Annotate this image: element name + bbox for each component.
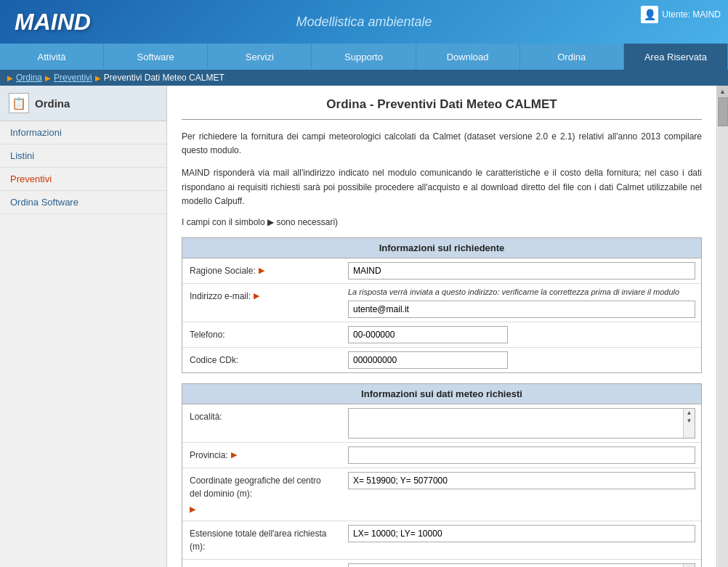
sidebar-icon: 📋 xyxy=(9,93,29,113)
field-coordinate xyxy=(342,468,701,493)
required-note: I campi con il simbolo ▶ sono necessari) xyxy=(182,217,702,227)
field-note: ▲ ▼ xyxy=(342,560,701,567)
field-estensione xyxy=(342,521,701,546)
breadcrumb-ordina[interactable]: Ordina xyxy=(16,73,42,83)
nav-item-supporto[interactable]: Supporto xyxy=(312,44,416,70)
input-ragione-sociale[interactable] xyxy=(348,262,695,280)
scroll-thumb[interactable] xyxy=(718,97,728,126)
sidebar-item-preventivi[interactable]: Preventivi xyxy=(0,168,166,191)
input-provincia[interactable] xyxy=(348,446,695,464)
required-icon-email: ▶ xyxy=(254,290,259,302)
input-note[interactable] xyxy=(349,564,683,567)
label-coordinate: Coordinate geografiche del centro del do… xyxy=(182,468,342,521)
required-icon-provincia: ▶ xyxy=(231,449,237,461)
form-row-note: Note: ▲ ▼ xyxy=(182,560,701,567)
breadcrumb-current: Preventivi Dati Meteo CALMET xyxy=(104,73,225,83)
field-ragione-sociale xyxy=(342,258,701,283)
input-codice-cdk[interactable] xyxy=(348,351,508,369)
label-provincia: Provincia: ▶ xyxy=(182,443,342,468)
input-estensione[interactable] xyxy=(348,525,695,542)
sidebar-item-ordina-software[interactable]: Ordina Software xyxy=(0,191,166,214)
email-hint: La risposta verrà inviata a questo indir… xyxy=(348,287,695,296)
breadcrumb-separator-2: ▶ xyxy=(95,74,101,82)
nav-item-attivita[interactable]: Attività xyxy=(0,44,104,70)
label-localita: Località: xyxy=(182,404,342,429)
field-email: La risposta verrà inviata a questo indir… xyxy=(342,284,701,322)
user-label: Utente: MAIND xyxy=(662,9,721,20)
field-codice-cdk xyxy=(342,348,701,372)
form-row-ragione-sociale: Ragione Sociale: ▶ xyxy=(182,258,701,284)
note-scroll-up-icon[interactable]: ▲ xyxy=(686,564,693,567)
label-ragione-sociale: Ragione Sociale: ▶ xyxy=(182,258,342,283)
required-icon-ragione: ▶ xyxy=(259,264,264,277)
form-row-provincia: Provincia: ▶ xyxy=(182,443,701,468)
sidebar-header: 📋 Ordina xyxy=(0,86,166,121)
label-email: Indirizzo e-mail: ▶ xyxy=(182,284,342,309)
scroll-track xyxy=(718,97,728,567)
input-localita[interactable] xyxy=(349,409,683,438)
description-1: Per richiedere la fornitura dei campi me… xyxy=(182,130,702,158)
logo: MAIND xyxy=(15,9,91,36)
locality-scrollbar: ▲ ▼ xyxy=(683,409,695,438)
nav-item-servizi[interactable]: Servizi xyxy=(208,44,312,70)
input-coordinate[interactable] xyxy=(348,472,695,489)
nav-item-area-riservata[interactable]: Area Riservata xyxy=(624,44,728,70)
nav-item-ordina[interactable]: Ordina xyxy=(520,44,624,70)
locality-field-wrapper: ▲ ▼ xyxy=(348,408,695,438)
field-localita: ▲ ▼ xyxy=(342,404,701,442)
user-icon: 👤 xyxy=(641,6,658,23)
note-scrollbar: ▲ ▼ xyxy=(683,564,695,567)
form-row-telefono: Telefono: xyxy=(182,322,701,348)
required-icon-coordinate: ▶ xyxy=(190,503,195,515)
form-section-meteo: Informazioni sui dati meteo richiesti Lo… xyxy=(182,383,702,567)
right-scrollbar: ▲ ▼ xyxy=(716,86,728,567)
input-telefono[interactable] xyxy=(348,326,508,343)
form-section-richiedente: Informazioni sul richiedente Ragione Soc… xyxy=(182,237,702,373)
label-telefono: Telefono: xyxy=(182,322,342,347)
form-row-localita: Località: ▲ ▼ xyxy=(182,404,701,443)
field-provincia xyxy=(342,443,701,468)
breadcrumb: ▶ Ordina ▶ Preventivi ▶ Preventivi Dati … xyxy=(0,70,728,86)
sidebar-title: Ordina xyxy=(35,97,70,110)
breadcrumb-separator-1: ▶ xyxy=(45,74,51,82)
breadcrumb-arrow-icon: ▶ xyxy=(7,74,13,82)
nav-item-download[interactable]: Download xyxy=(416,44,520,70)
scroll-up-icon[interactable]: ▲ xyxy=(686,409,693,417)
header: MAIND Modellistica ambientale 👤 Utente: … xyxy=(0,0,728,44)
sidebar-item-listini[interactable]: Listini xyxy=(0,144,166,168)
section2-header: Informazioni sui dati meteo richiesti xyxy=(182,384,701,404)
breadcrumb-preventivi[interactable]: Preventivi xyxy=(54,73,92,83)
label-codice-cdk: Codice CDk: xyxy=(182,348,342,372)
sidebar-item-informazioni[interactable]: Informazioni xyxy=(0,121,166,144)
header-title: Modellistica ambientale xyxy=(296,15,432,30)
page-title: Ordina - Preventivi Dati Meteo CALMET xyxy=(182,97,702,120)
user-info: 👤 Utente: MAIND xyxy=(641,6,721,23)
form-row-estensione: Estensione totale dell'area richiesta (m… xyxy=(182,521,701,560)
form-row-codice-cdk: Codice CDk: xyxy=(182,348,701,372)
scroll-down-icon[interactable]: ▼ xyxy=(686,417,693,425)
nav-item-software[interactable]: Software xyxy=(104,44,208,70)
content-area: Ordina - Preventivi Dati Meteo CALMET Pe… xyxy=(167,86,716,567)
nav-bar: Attività Software Servizi Supporto Downl… xyxy=(0,44,728,70)
form-row-coordinate: Coordinate geografiche del centro del do… xyxy=(182,468,701,522)
input-email[interactable] xyxy=(348,301,695,318)
field-telefono xyxy=(342,322,701,347)
sidebar: 📋 Ordina Informazioni Listini Preventivi… xyxy=(0,86,167,567)
main-layout: 📋 Ordina Informazioni Listini Preventivi… xyxy=(0,86,728,567)
description-2: MAIND risponderà via mail all'indirizzo … xyxy=(182,166,702,208)
label-note: Note: xyxy=(182,560,342,567)
note-field-wrapper: ▲ ▼ xyxy=(348,563,695,567)
label-estensione: Estensione totale dell'area richiesta (m… xyxy=(182,521,342,559)
section1-header: Informazioni sul richiedente xyxy=(182,238,701,258)
scroll-top-arrow[interactable]: ▲ xyxy=(717,86,729,97)
form-row-email: Indirizzo e-mail: ▶ La risposta verrà in… xyxy=(182,284,701,322)
